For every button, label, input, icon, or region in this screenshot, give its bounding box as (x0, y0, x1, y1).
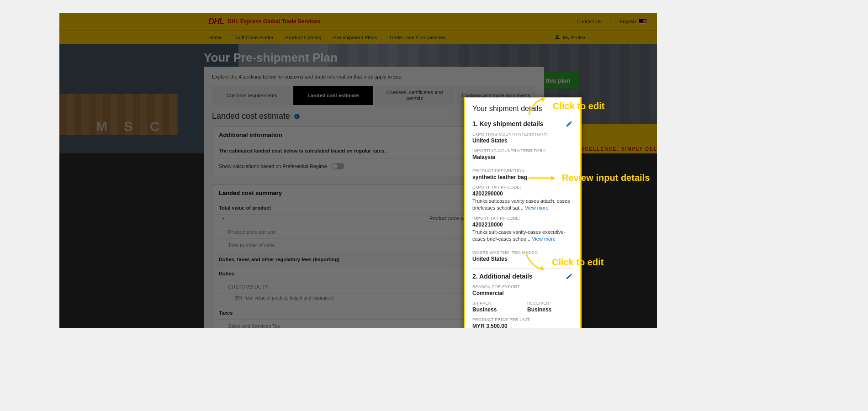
row-taxes: Taxes (219, 310, 492, 316)
val-shipper: Business (472, 306, 518, 313)
shipment-details-panel: Your shipment details 1. Key shipment de… (464, 97, 582, 328)
val-import-country: Malaysia (472, 154, 573, 160)
row-units: Total number of units (219, 242, 492, 248)
svg-text:i: i (296, 115, 297, 119)
arrow-icon (525, 253, 545, 271)
tab-customs-req[interactable]: Customs requirements (212, 86, 291, 105)
main-nav: Home Tariff Code Finder Product Catalog … (59, 30, 657, 44)
lbl-import-tariff: IMPORT TARIFF CODE: (472, 216, 573, 221)
callout-click-edit-1: Click to edit (528, 97, 604, 115)
lbl-shipper: SHIPPER: (472, 301, 518, 306)
dp-sec2-title: 2. Additional details (472, 273, 533, 280)
nav-tariff[interactable]: Tariff Code Finder (233, 35, 273, 40)
arrow-icon (528, 174, 556, 183)
arrow-icon (528, 97, 546, 115)
row-ppu: Product price per unit (219, 229, 492, 235)
language-label: English (619, 19, 636, 24)
brand-bar: DHL DHL Express Global Trade Services Co… (59, 13, 657, 30)
row-sst: Sales and Services Tax (219, 323, 492, 328)
val-reason: Commercial (472, 290, 573, 296)
flag-icon (639, 19, 647, 24)
edit-additional-details-button[interactable] (566, 273, 573, 280)
lbl-export-tariff: EXPORT TARIFF CODE: (472, 185, 573, 190)
lbl-export-country: EXPORTING COUNTRY/TERRITORY: (472, 132, 573, 137)
info-icon[interactable]: i (294, 113, 300, 120)
page-title: Your Pre-shipment Plan (204, 51, 338, 65)
lbl-import-country: IMPORTING COUNTRY/TERRITORY: (472, 148, 573, 153)
nav-lanes[interactable]: Trade Lane Comparisons (389, 35, 445, 40)
language-picker[interactable]: English (619, 19, 647, 24)
callout-text: Click to edit (552, 257, 603, 268)
dhl-tagline: EXCELLENCE. SIMPLY DELIVERED (577, 147, 657, 152)
lbl-price-unit: PRODUCT PRICE PER UNIT: (472, 317, 573, 322)
val-export-country: United States (472, 137, 573, 144)
person-icon (555, 34, 560, 41)
tab-licenses[interactable]: Licenses, certificates and permits (375, 86, 455, 105)
brand-subtitle: DHL Express Global Trade Services (228, 18, 320, 25)
edit-key-details-button[interactable] (566, 120, 573, 127)
view-more-export[interactable]: View more (525, 205, 549, 211)
lbl-reason: REASON FOR EXPORT: (472, 285, 573, 289)
tab-landed-cost[interactable]: Landed cost estimate (293, 86, 373, 105)
desc-export-tariff: Trunks suitcases vanity cases attach, ca… (472, 198, 570, 211)
my-profile-link[interactable]: My Profile (555, 34, 647, 41)
val-export-tariff: 4202290000 (472, 190, 573, 197)
ship-text: M S C (96, 119, 166, 134)
nav-plans[interactable]: Pre-shipment Plans (333, 35, 377, 40)
row-total-product: Total value of product (219, 205, 492, 211)
val-receiver: Business (527, 306, 573, 313)
lbl-receiver: RECEIVER: (527, 301, 573, 306)
summary-title: Landed cost summary (219, 190, 282, 196)
pref-regime-toggle[interactable] (332, 163, 344, 169)
my-profile-label: My Profile (563, 35, 585, 40)
nav-home[interactable]: Home (208, 35, 222, 40)
svg-marker-4 (551, 176, 556, 180)
row-duties: Duties (219, 271, 492, 276)
app-frame: DHL DHL Express Global Trade Services Co… (59, 13, 657, 328)
explore-text: Explore the 4 sections below for customs… (212, 74, 536, 79)
nav-catalog[interactable]: Product Catalog (286, 35, 322, 40)
val-import-tariff: 4202210000 (472, 221, 573, 228)
val-price-unit: MYR 3,500.00 (472, 323, 573, 328)
row-customs-duty: CUSTOMS DUTY (219, 284, 492, 290)
callout-review: Review input details (528, 173, 650, 183)
contact-us-link[interactable]: Contact Us (577, 19, 602, 24)
pref-regime-label: Show calculations based on Preferential … (219, 163, 327, 169)
callout-text: Click to edit (553, 101, 604, 111)
view-more-import[interactable]: View more (532, 236, 556, 242)
brand-logo: DHL (208, 17, 224, 26)
callout-text: Review input details (562, 173, 650, 183)
dp-sec1-title: 1. Key shipment details (472, 120, 544, 127)
callout-click-edit-2: Click to edit (525, 253, 603, 271)
